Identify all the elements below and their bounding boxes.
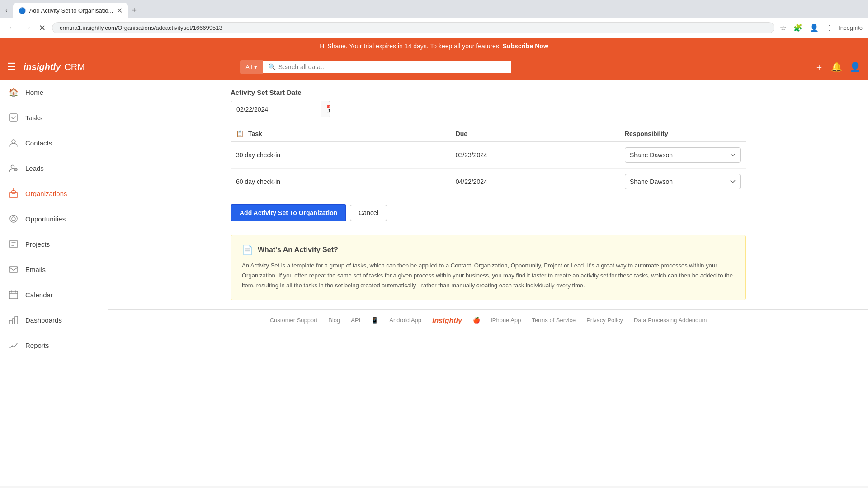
info-box-title: 📄 What's An Activity Set? bbox=[242, 244, 735, 255]
footer-blog[interactable]: Blog bbox=[328, 317, 340, 325]
svg-point-2 bbox=[11, 165, 14, 169]
search-input[interactable] bbox=[278, 63, 506, 70]
sidebar-item-projects[interactable]: Projects bbox=[0, 231, 108, 257]
calendar-picker-button[interactable]: 📅 bbox=[321, 101, 330, 117]
search-input-wrap: 🔍 bbox=[263, 61, 512, 73]
app-body: 🏠 Home Tasks Contacts Leads Organizat bbox=[0, 80, 868, 486]
contacts-icon bbox=[7, 136, 20, 149]
tab-nav-back[interactable]: ‹ bbox=[4, 5, 9, 16]
footer: Customer Support Blog API 📱 Android App … bbox=[108, 309, 868, 332]
footer-android-icon: 📱 bbox=[371, 317, 378, 325]
footer-customer-support[interactable]: Customer Support bbox=[270, 317, 318, 325]
add-activity-set-button[interactable]: Add Activity Set To Organization bbox=[231, 204, 346, 221]
sidebar-label-opportunities: Opportunities bbox=[25, 215, 66, 223]
sidebar-label-tasks: Tasks bbox=[25, 114, 42, 122]
active-tab[interactable]: 🔵 Add Activity Set to Organisatio... ✕ bbox=[13, 3, 128, 18]
task-column-header: 📋 Task bbox=[231, 127, 450, 141]
reports-icon bbox=[7, 339, 20, 352]
notifications-button[interactable]: 🔔 bbox=[831, 61, 842, 72]
sidebar-item-organizations[interactable]: Organizations bbox=[0, 181, 108, 206]
footer-dpa[interactable]: Data Processing Addendum bbox=[634, 317, 707, 325]
task-due-cell: 04/22/2024 bbox=[450, 169, 619, 195]
svg-point-1 bbox=[12, 140, 15, 143]
hamburger-menu-button[interactable]: ☰ bbox=[7, 61, 16, 73]
info-box-body: An Activity Set is a template for a grou… bbox=[242, 261, 735, 291]
footer-api[interactable]: API bbox=[351, 317, 360, 325]
svg-rect-11 bbox=[9, 291, 18, 299]
sidebar-item-emails[interactable]: Emails bbox=[0, 257, 108, 282]
sidebar: 🏠 Home Tasks Contacts Leads Organizat bbox=[0, 80, 108, 486]
sidebar-item-reports[interactable]: Reports bbox=[0, 333, 108, 358]
extensions-button[interactable]: 🧩 bbox=[792, 22, 804, 34]
date-input-wrap: 02/22/2024 📅 bbox=[231, 101, 330, 117]
table-row: 60 day check-in 04/22/2024 Shane Dawson bbox=[231, 169, 746, 195]
nav-forward-button[interactable]: → bbox=[21, 21, 34, 34]
sidebar-item-dashboards[interactable]: Dashboards bbox=[0, 307, 108, 333]
task-responsibility-cell: Shane Dawson bbox=[619, 169, 746, 195]
new-tab-button[interactable]: + bbox=[128, 6, 140, 15]
due-column-header: Due bbox=[450, 127, 619, 141]
footer-privacy[interactable]: Privacy Policy bbox=[586, 317, 623, 325]
svg-rect-0 bbox=[10, 114, 17, 121]
logo-text: insightly bbox=[24, 62, 61, 72]
user-avatar-button[interactable]: 👤 bbox=[849, 61, 861, 72]
bookmark-button[interactable]: ☆ bbox=[778, 22, 788, 34]
menu-button[interactable]: ⋮ bbox=[824, 22, 835, 34]
search-filter-button[interactable]: All ▾ bbox=[240, 60, 262, 74]
tasks-icon bbox=[7, 111, 20, 124]
nav-reload-button[interactable]: ✕ bbox=[36, 21, 48, 35]
projects-icon bbox=[7, 238, 20, 250]
task-responsibility-cell: Shane Dawson bbox=[619, 141, 746, 169]
responsibility-select-1[interactable]: Shane Dawson bbox=[625, 174, 741, 189]
sidebar-label-projects: Projects bbox=[25, 240, 50, 248]
responsibility-column-header: Responsibility bbox=[619, 127, 746, 141]
tab-favicon: 🔵 bbox=[19, 7, 26, 14]
footer-iphone-app[interactable]: iPhone App bbox=[491, 317, 521, 325]
task-name-cell: 60 day check-in bbox=[231, 169, 450, 195]
url-bar[interactable]: crm.na1.insightly.com/Organisations/adda… bbox=[52, 22, 774, 33]
sidebar-label-calendar: Calendar bbox=[25, 291, 53, 299]
form-section: Activity Set Start Date 02/22/2024 📅 bbox=[231, 89, 746, 117]
trial-banner: Hi Shane. Your trial expires in 14 days.… bbox=[0, 38, 868, 54]
task-due-cell: 03/23/2024 bbox=[450, 141, 619, 169]
sidebar-item-contacts[interactable]: Contacts bbox=[0, 130, 108, 155]
main-content: Activity Set Start Date 02/22/2024 📅 📋 T… bbox=[108, 80, 868, 486]
svg-rect-13 bbox=[13, 318, 14, 324]
subscribe-now-link[interactable]: Subscribe Now bbox=[503, 42, 548, 50]
footer-tos[interactable]: Terms of Service bbox=[532, 317, 576, 325]
url-text: crm.na1.insightly.com/Organisations/adda… bbox=[60, 24, 222, 31]
calendar-icon bbox=[7, 288, 20, 301]
search-area: All ▾ 🔍 bbox=[240, 60, 511, 74]
sidebar-item-tasks[interactable]: Tasks bbox=[0, 105, 108, 130]
svg-rect-10 bbox=[9, 267, 18, 272]
start-date-label: Activity Set Start Date bbox=[231, 89, 746, 96]
incognito-label: Incognito bbox=[839, 24, 863, 31]
svg-point-7 bbox=[10, 215, 17, 222]
info-box-icon: 📄 bbox=[242, 244, 253, 255]
sidebar-label-leads: Leads bbox=[25, 164, 44, 172]
close-tab-icon[interactable]: ✕ bbox=[117, 6, 123, 15]
table-row: 30 day check-in 03/23/2024 Shane Dawson bbox=[231, 141, 746, 169]
sidebar-item-calendar[interactable]: Calendar bbox=[0, 282, 108, 307]
header-actions: ＋ 🔔 👤 bbox=[815, 61, 861, 73]
start-date-input[interactable]: 02/22/2024 bbox=[231, 102, 321, 117]
tab-title: Add Activity Set to Organisatio... bbox=[29, 7, 113, 14]
info-box: 📄 What's An Activity Set? An Activity Se… bbox=[231, 235, 746, 300]
emails-icon bbox=[7, 263, 20, 276]
sidebar-item-opportunities[interactable]: Opportunities bbox=[0, 206, 108, 231]
svg-rect-14 bbox=[15, 316, 18, 324]
sidebar-label-home: Home bbox=[25, 89, 43, 96]
content-inner: Activity Set Start Date 02/22/2024 📅 📋 T… bbox=[217, 80, 760, 309]
task-table: 📋 Task Due Responsibility 30 day check-i… bbox=[231, 127, 746, 195]
sidebar-item-leads[interactable]: Leads bbox=[0, 155, 108, 181]
cancel-button[interactable]: Cancel bbox=[350, 205, 387, 221]
svg-point-8 bbox=[12, 217, 15, 221]
nav-back-button[interactable]: ← bbox=[5, 21, 19, 34]
add-button[interactable]: ＋ bbox=[815, 61, 824, 73]
sidebar-item-home[interactable]: 🏠 Home bbox=[0, 80, 108, 105]
task-header-icon: 📋 bbox=[236, 130, 244, 137]
responsibility-select-0[interactable]: Shane Dawson bbox=[625, 147, 741, 163]
footer-apple-icon: 🍎 bbox=[473, 317, 480, 325]
user-profile-button[interactable]: 👤 bbox=[808, 22, 821, 34]
footer-android-app[interactable]: Android App bbox=[389, 317, 421, 325]
